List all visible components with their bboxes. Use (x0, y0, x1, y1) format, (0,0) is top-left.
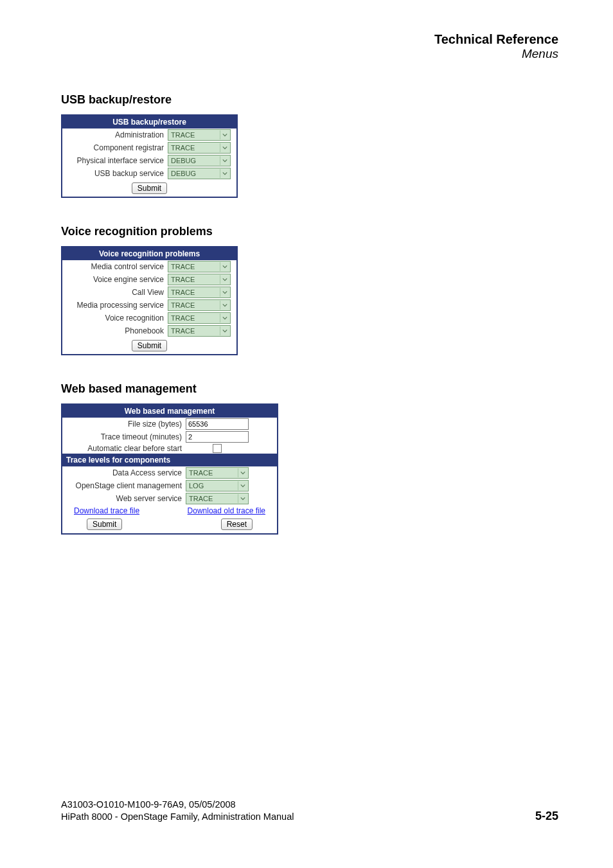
label-file-size: File size (bytes) (65, 420, 186, 429)
dropdown-openstage-client-management[interactable]: LOG (186, 480, 249, 492)
row-component-registrar: Component registrar TRACE (62, 141, 236, 154)
dropdown-value: TRACE (171, 131, 195, 139)
reset-button-web[interactable]: Reset (221, 518, 253, 530)
dropdown-value: TRACE (171, 144, 195, 152)
dropdown-media-control-service[interactable]: TRACE (168, 261, 231, 272)
dropdown-value: TRACE (171, 314, 195, 322)
page-footer: A31003-O1010-M100-9-76A9, 05/05/2008 HiP… (61, 799, 558, 823)
row-auto-clear: Automatic clear before start (62, 443, 277, 454)
row-call-view: Call View TRACE (62, 286, 236, 299)
label-phonebook: Phonebook (65, 326, 168, 335)
row-administration: Administration TRACE (62, 128, 236, 141)
row-phonebook: Phonebook TRACE (62, 324, 236, 337)
header-subtitle: Menus (61, 47, 558, 61)
dropdown-value: DEBUG (171, 157, 196, 164)
chevron-down-icon (220, 143, 229, 152)
dropdown-value: TRACE (171, 288, 195, 296)
dropdown-voice-engine-service[interactable]: TRACE (168, 274, 231, 285)
input-trace-timeout[interactable] (186, 431, 249, 443)
row-physical-interface-service: Physical interface service DEBUG (62, 154, 236, 167)
dropdown-component-registrar[interactable]: TRACE (168, 142, 231, 154)
input-file-size[interactable] (186, 418, 249, 430)
label-openstage-client-management: OpenStage client management (65, 481, 186, 490)
chevron-down-icon (238, 468, 247, 477)
panel-title-usb: USB backup/restore (62, 116, 236, 128)
panel-voice: Voice recognition problems Media control… (61, 246, 238, 355)
dropdown-data-access-service[interactable]: TRACE (186, 467, 249, 479)
dropdown-voice-recognition[interactable]: TRACE (168, 312, 231, 324)
row-voice-engine-service: Voice engine service TRACE (62, 273, 236, 286)
dropdown-value: DEBUG (171, 170, 196, 177)
dropdown-web-server-service[interactable]: TRACE (186, 493, 249, 504)
page-header: Technical Reference Menus (61, 32, 558, 61)
label-call-view: Call View (65, 288, 168, 297)
row-media-control-service: Media control service TRACE (62, 260, 236, 273)
chevron-down-icon (238, 481, 247, 490)
chevron-down-icon (220, 262, 229, 271)
panel-web: Web based management File size (bytes) T… (61, 403, 278, 535)
row-media-processing-service: Media processing service TRACE (62, 299, 236, 312)
checkbox-auto-clear[interactable] (213, 444, 222, 453)
header-title: Technical Reference (61, 32, 558, 47)
panel-usb: USB backup/restore Administration TRACE … (61, 114, 238, 198)
panel-subhead-trace-levels: Trace levels for components (62, 454, 277, 466)
row-openstage-client-management: OpenStage client management LOG (62, 479, 277, 492)
section-heading-voice: Voice recognition problems (61, 225, 558, 238)
chevron-down-icon (220, 314, 229, 323)
label-administration: Administration (65, 130, 168, 139)
dropdown-value: TRACE (171, 301, 195, 309)
dropdown-value: TRACE (171, 327, 195, 335)
panel-title-web: Web based management (62, 405, 277, 418)
dropdown-value: TRACE (189, 495, 213, 502)
chevron-down-icon (238, 494, 247, 503)
dropdown-call-view[interactable]: TRACE (168, 287, 231, 298)
label-auto-clear: Automatic clear before start (65, 444, 186, 453)
label-component-registrar: Component registrar (65, 143, 168, 152)
dropdown-phonebook[interactable]: TRACE (168, 325, 231, 337)
label-voice-recognition: Voice recognition (65, 314, 168, 323)
chevron-down-icon (220, 275, 229, 284)
dropdown-value: TRACE (171, 276, 195, 283)
chevron-down-icon (220, 169, 229, 178)
chevron-down-icon (220, 130, 229, 139)
dropdown-value: TRACE (171, 263, 195, 270)
link-download-old-trace-file[interactable]: Download old trace file (188, 506, 265, 515)
submit-button-voice[interactable]: Submit (132, 340, 167, 351)
label-web-server-service: Web server service (65, 494, 186, 503)
section-heading-usb: USB backup/restore (61, 93, 558, 107)
panel-title-voice: Voice recognition problems (62, 247, 236, 260)
chevron-down-icon (220, 301, 229, 310)
chevron-down-icon (220, 326, 229, 335)
dropdown-physical-interface-service[interactable]: DEBUG (168, 155, 231, 166)
row-file-size: File size (bytes) (62, 418, 277, 430)
link-download-trace-file[interactable]: Download trace file (74, 506, 139, 515)
row-trace-timeout: Trace timeout (minutes) (62, 430, 277, 443)
dropdown-value: LOG (189, 482, 204, 490)
dropdown-usb-backup-service[interactable]: DEBUG (168, 168, 231, 179)
label-media-control-service: Media control service (65, 262, 168, 271)
label-media-processing-service: Media processing service (65, 301, 168, 310)
footer-line2: HiPath 8000 - OpenStage Family, Administ… (61, 811, 294, 822)
submit-button-usb[interactable]: Submit (132, 182, 167, 194)
row-data-access-service: Data Access service TRACE (62, 466, 277, 479)
label-data-access-service: Data Access service (65, 468, 186, 477)
label-physical-interface-service: Physical interface service (65, 156, 168, 165)
dropdown-value: TRACE (189, 469, 213, 477)
row-usb-backup-service: USB backup service DEBUG (62, 167, 236, 180)
dropdown-media-processing-service[interactable]: TRACE (168, 299, 231, 311)
row-web-server-service: Web server service TRACE (62, 492, 277, 505)
chevron-down-icon (220, 156, 229, 165)
chevron-down-icon (220, 288, 229, 297)
dropdown-administration[interactable]: TRACE (168, 129, 231, 141)
row-voice-recognition: Voice recognition TRACE (62, 312, 236, 324)
page-number: 5-25 (535, 810, 558, 823)
label-trace-timeout: Trace timeout (minutes) (65, 432, 186, 441)
label-voice-engine-service: Voice engine service (65, 275, 168, 284)
footer-line1: A31003-O1010-M100-9-76A9, 05/05/2008 (61, 799, 558, 810)
section-heading-web: Web based management (61, 382, 558, 396)
label-usb-backup-service: USB backup service (65, 169, 168, 178)
submit-button-web[interactable]: Submit (87, 518, 122, 530)
